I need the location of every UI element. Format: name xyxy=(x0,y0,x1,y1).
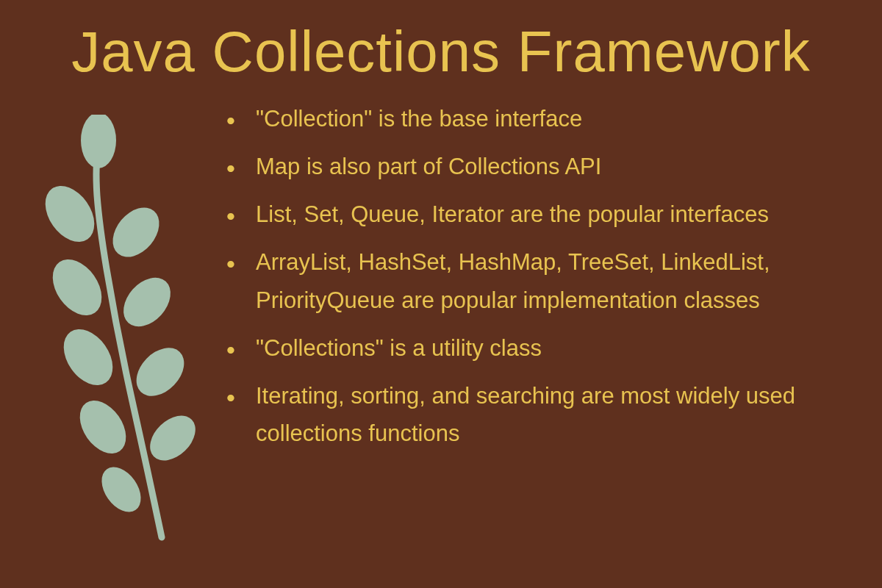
leaf-branch-icon xyxy=(37,115,206,548)
svg-point-7 xyxy=(71,392,135,462)
svg-point-9 xyxy=(93,460,148,520)
bullet-item: List, Set, Queue, Iterator are the popul… xyxy=(220,196,860,233)
bullet-item: Map is also part of Collections API xyxy=(220,148,860,185)
svg-point-4 xyxy=(114,268,179,335)
bullet-list: "Collection" is the base interface Map i… xyxy=(213,100,882,548)
bullets-container: "Collection" is the base interface Map i… xyxy=(220,100,860,452)
bullet-item: ArrayList, HashSet, HashMap, TreeSet, Li… xyxy=(220,243,860,318)
bullet-item: "Collection" is the base interface xyxy=(220,100,860,137)
svg-point-2 xyxy=(104,198,169,266)
decorative-leaf-container xyxy=(29,100,213,548)
content-area: "Collection" is the base interface Map i… xyxy=(0,100,882,548)
bullet-item: "Collections" is a utility class xyxy=(220,329,860,367)
svg-point-5 xyxy=(54,320,123,395)
svg-point-6 xyxy=(127,339,193,406)
svg-point-3 xyxy=(43,251,112,325)
svg-point-8 xyxy=(141,407,204,470)
svg-point-0 xyxy=(81,115,116,168)
bullet-item: Iterating, sorting, and searching are mo… xyxy=(220,377,860,452)
page-title: Java Collections Framework xyxy=(0,0,882,85)
